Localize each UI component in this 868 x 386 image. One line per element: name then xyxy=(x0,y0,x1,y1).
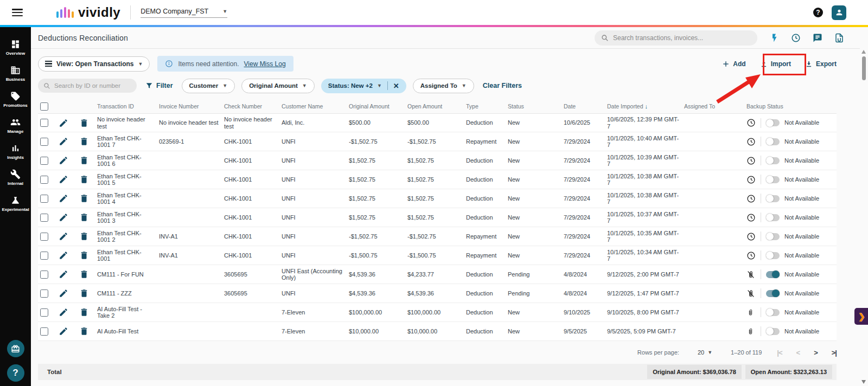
support-help-button[interactable]: ? xyxy=(7,364,24,382)
sidebar-item-internal[interactable]: Internal xyxy=(0,165,31,191)
row-checkbox[interactable] xyxy=(40,308,48,317)
edit-pencil-icon[interactable] xyxy=(59,175,68,184)
delete-trash-icon[interactable] xyxy=(79,213,89,222)
backup-toggle[interactable] xyxy=(766,233,780,240)
delete-trash-icon[interactable] xyxy=(79,231,89,241)
paperclip-icon[interactable] xyxy=(746,308,756,317)
clock-icon[interactable] xyxy=(746,137,756,146)
view-miss-log-link[interactable]: View Miss Log xyxy=(244,60,286,68)
column-header-invoice-number[interactable]: Invoice Number xyxy=(159,103,224,110)
row-checkbox[interactable] xyxy=(40,290,48,298)
documents-button[interactable] xyxy=(834,33,844,43)
backup-toggle[interactable] xyxy=(766,138,780,145)
paperclip-off-icon[interactable] xyxy=(746,270,756,279)
vertical-scrollbar[interactable] xyxy=(860,48,868,386)
column-header-status[interactable]: Status xyxy=(508,103,564,110)
help-icon[interactable]: ? xyxy=(813,8,823,17)
edit-pencil-icon[interactable] xyxy=(59,288,68,298)
clock-icon[interactable] xyxy=(746,118,756,127)
scroll-down-arrow-icon[interactable] xyxy=(861,380,866,384)
delete-trash-icon[interactable] xyxy=(79,175,89,184)
rows-per-page-selector[interactable]: 20 ▼ xyxy=(698,349,712,356)
sidebar-item-promotions[interactable]: Promotions xyxy=(0,87,31,113)
import-button[interactable]: Import xyxy=(760,60,791,68)
sidebar-item-insights[interactable]: Insights xyxy=(0,139,31,165)
status-filter-chip[interactable]: Status: New +2 ▼ ✕ xyxy=(321,79,406,93)
sidebar-item-business[interactable]: Business xyxy=(0,61,31,87)
delete-trash-icon[interactable] xyxy=(79,326,89,336)
filter-button[interactable]: Filter xyxy=(145,82,173,89)
clock-icon[interactable] xyxy=(746,175,756,184)
backup-toggle[interactable] xyxy=(766,252,780,259)
global-search-input[interactable]: Search transactions, invoices... xyxy=(595,30,757,46)
column-header-original-amount[interactable]: Original Amount xyxy=(349,103,407,110)
delete-trash-icon[interactable] xyxy=(79,194,89,203)
backup-toggle[interactable] xyxy=(766,195,780,202)
backup-toggle[interactable] xyxy=(766,119,780,126)
column-header-check-number[interactable]: Check Number xyxy=(224,103,282,110)
delete-trash-icon[interactable] xyxy=(79,156,89,165)
clock-icon[interactable] xyxy=(746,232,756,241)
delete-trash-icon[interactable] xyxy=(79,288,89,298)
edit-pencil-icon[interactable] xyxy=(59,194,68,203)
history-button[interactable] xyxy=(791,33,801,43)
edit-pencil-icon[interactable] xyxy=(59,118,68,128)
row-checkbox[interactable] xyxy=(40,271,48,279)
clear-status-filter-icon[interactable]: ✕ xyxy=(393,82,399,90)
quick-actions-button[interactable] xyxy=(769,33,779,43)
delete-trash-icon[interactable] xyxy=(79,269,89,279)
row-checkbox[interactable] xyxy=(40,176,48,184)
messages-button[interactable] xyxy=(813,33,822,43)
view-selector-button[interactable]: View: Open Transactions ▼ xyxy=(38,56,150,72)
row-checkbox[interactable] xyxy=(40,138,48,146)
row-checkbox[interactable] xyxy=(40,195,48,203)
sidebar-item-manage[interactable]: Manage xyxy=(0,113,31,139)
sidebar-item-experimental[interactable]: Experimental xyxy=(0,191,31,217)
backup-toggle[interactable] xyxy=(766,290,780,297)
gift-button[interactable] xyxy=(7,340,24,357)
company-selector[interactable]: DEMO Company_FST ▼ xyxy=(141,8,227,18)
row-checkbox[interactable] xyxy=(40,157,48,165)
edit-pencil-icon[interactable] xyxy=(59,250,68,260)
backup-toggle[interactable] xyxy=(766,271,780,278)
scroll-up-arrow-icon[interactable] xyxy=(861,50,866,54)
customer-filter-dropdown[interactable]: Customer ▼ xyxy=(182,79,235,93)
backup-toggle[interactable] xyxy=(766,214,780,221)
row-checkbox[interactable] xyxy=(40,119,48,127)
next-page-button[interactable]: > xyxy=(814,349,818,357)
sidebar-item-overview[interactable]: Overview xyxy=(0,35,31,61)
row-checkbox[interactable] xyxy=(40,327,48,336)
column-header-date[interactable]: Date xyxy=(564,103,607,110)
delete-trash-icon[interactable] xyxy=(79,250,89,260)
clock-icon[interactable] xyxy=(746,194,756,203)
clock-icon[interactable] xyxy=(746,156,756,165)
delete-trash-icon[interactable] xyxy=(79,307,89,317)
row-checkbox[interactable] xyxy=(40,252,48,260)
edit-pencil-icon[interactable] xyxy=(59,231,68,241)
avatar[interactable] xyxy=(832,5,846,20)
row-checkbox[interactable] xyxy=(40,233,48,241)
column-header-open-amount[interactable]: Open Amount xyxy=(407,103,466,110)
column-header-date-imported[interactable]: Date Imported↓ xyxy=(607,103,684,110)
side-panel-widget-button[interactable]: ❯ xyxy=(854,308,868,325)
add-button[interactable]: Add xyxy=(722,60,745,68)
edit-pencil-icon[interactable] xyxy=(59,156,68,165)
delete-trash-icon[interactable] xyxy=(79,118,89,128)
column-header-type[interactable]: Type xyxy=(466,103,508,110)
original-amount-filter-dropdown[interactable]: Original Amount ▼ xyxy=(241,79,315,93)
paperclip-icon[interactable] xyxy=(746,327,756,336)
row-checkbox[interactable] xyxy=(40,214,48,222)
clear-filters-link[interactable]: Clear Filters xyxy=(483,82,522,89)
scrollbar-thumb[interactable] xyxy=(862,56,866,80)
clock-icon[interactable] xyxy=(746,251,756,260)
backup-toggle[interactable] xyxy=(766,176,780,183)
id-search-input[interactable]: Search by ID or number xyxy=(38,79,137,93)
clock-icon[interactable] xyxy=(746,213,756,222)
first-page-button[interactable]: |< xyxy=(777,349,782,357)
backup-toggle[interactable] xyxy=(766,309,780,316)
select-all-checkbox[interactable] xyxy=(40,102,48,111)
edit-pencil-icon[interactable] xyxy=(59,326,68,336)
assigned-to-filter-dropdown[interactable]: Assigned To ▼ xyxy=(413,79,474,93)
edit-pencil-icon[interactable] xyxy=(59,137,68,146)
column-header-customer-name[interactable]: Customer Name xyxy=(282,103,349,110)
